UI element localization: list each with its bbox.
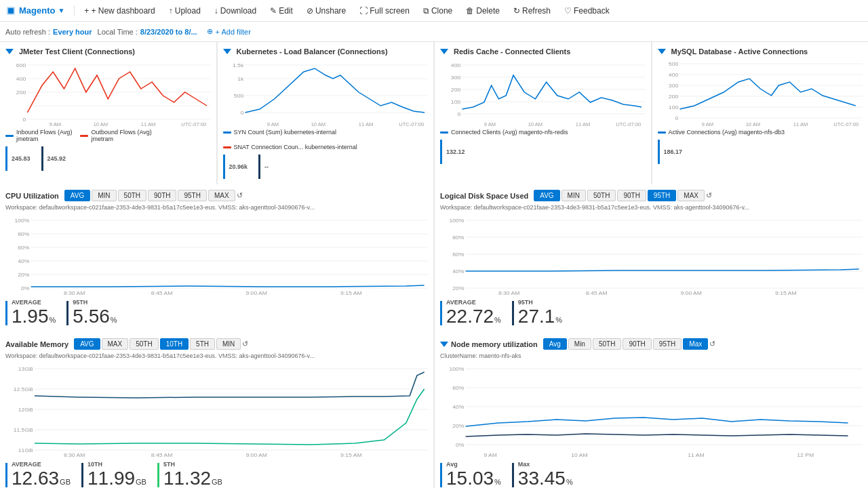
tab-max-cpu[interactable]: MAX bbox=[208, 190, 235, 201]
clone-button[interactable]: ⧉ Clone bbox=[418, 4, 458, 18]
svg-text:400: 400 bbox=[668, 71, 678, 78]
tab-95th-node[interactable]: 95TH bbox=[653, 338, 682, 350]
tab-avg-cpu[interactable]: AVG bbox=[64, 190, 90, 201]
refresh-button[interactable]: ↻ Refresh bbox=[508, 4, 556, 18]
panel-collapse-icon[interactable] bbox=[5, 49, 14, 54]
tab-95th-cpu[interactable]: 95TH bbox=[178, 190, 206, 201]
tab-50th-mem[interactable]: 50TH bbox=[130, 338, 158, 350]
memory-p5-value: 11.32 bbox=[163, 468, 211, 488]
svg-text:200: 200 bbox=[451, 86, 461, 93]
tab-50th-cpu[interactable]: 50TH bbox=[118, 190, 146, 201]
feedback-button[interactable]: ♡ Feedback bbox=[559, 4, 615, 18]
download-button[interactable]: ↓ Download bbox=[209, 4, 262, 18]
svg-text:40%: 40% bbox=[452, 268, 465, 274]
new-dashboard-button[interactable]: + + New dashboard bbox=[79, 4, 160, 18]
svg-text:10 AM: 10 AM bbox=[745, 121, 760, 126]
disk-avg-unit: % bbox=[494, 316, 501, 324]
svg-text:9 AM: 9 AM bbox=[267, 121, 278, 126]
time-filter: Local Time : 8/23/2020 to 8/... bbox=[98, 28, 197, 36]
kubernetes-panel: Kubernetes - Load Balancer (Connections)… bbox=[218, 42, 434, 184]
jmeter-legend: Inbound Flows (Avg)jmetram Outbound Flow… bbox=[5, 129, 211, 142]
svg-text:60%: 60% bbox=[18, 244, 30, 251]
node-avg-value: 15.03 bbox=[446, 468, 494, 488]
feedback-icon: ♡ bbox=[564, 6, 572, 16]
tab-max-node[interactable]: Max bbox=[683, 338, 708, 350]
toolbar: Magento ▼ + + New dashboard ↑ Upload ↓ D… bbox=[0, 0, 868, 22]
cpu-p95-unit: % bbox=[111, 316, 117, 324]
tab-5th-mem[interactable]: 5TH bbox=[190, 338, 215, 350]
svg-text:0: 0 bbox=[675, 115, 678, 121]
memory-refresh-icon[interactable]: ↺ bbox=[242, 340, 248, 348]
svg-text:9:00 AM: 9:00 AM bbox=[680, 289, 702, 295]
mysql-legend: Active Connections (Avg) magento-nfs-db3 bbox=[658, 129, 863, 136]
upload-button[interactable]: ↑ Upload bbox=[163, 4, 206, 18]
tab-max-disk[interactable]: MAX bbox=[677, 190, 705, 201]
tab-avg-disk[interactable]: AVG bbox=[534, 190, 559, 201]
disk-refresh-icon[interactable]: ↺ bbox=[706, 191, 712, 200]
edit-button[interactable]: ✎ Edit bbox=[264, 4, 298, 18]
disk-p95-value: 27.1 bbox=[518, 306, 555, 327]
top-charts-row: JMeter Test Client (Connections) 600 400… bbox=[0, 42, 868, 184]
node-memory-title: Node memory utilization bbox=[451, 340, 538, 348]
tab-min-cpu[interactable]: MIN bbox=[92, 190, 116, 201]
disk-workspace: Workspace: defaultworkspace-c021faae-235… bbox=[440, 204, 863, 211]
add-filter-button[interactable]: ⊕ + Add filter bbox=[203, 26, 255, 37]
node-memory-stats: Avg 15.03 % Max 33.45 % bbox=[440, 461, 863, 488]
svg-text:13GB: 13GB bbox=[18, 365, 33, 372]
refresh-icon: ↻ bbox=[513, 6, 520, 16]
svg-text:20%: 20% bbox=[452, 285, 465, 291]
tab-min-mem[interactable]: MIN bbox=[216, 338, 241, 350]
delete-button[interactable]: 🗑 Delete bbox=[460, 4, 505, 18]
legend-outbound: Outbound Flows (Avg)jmetram bbox=[80, 129, 151, 142]
panel-collapse-icon-k8s[interactable] bbox=[223, 49, 231, 54]
cpu-avg-unit: % bbox=[50, 316, 56, 324]
fullscreen-button[interactable]: ⛶ Full screen bbox=[354, 4, 415, 18]
stat-border bbox=[5, 146, 7, 171]
tab-50th-node[interactable]: 50TH bbox=[593, 338, 621, 350]
svg-text:10 AM: 10 AM bbox=[571, 451, 587, 457]
tab-90th-disk[interactable]: 90TH bbox=[617, 190, 646, 201]
tab-avg-mem[interactable]: AVG bbox=[74, 338, 100, 350]
tab-50th-disk[interactable]: 50TH bbox=[587, 190, 616, 201]
tab-min-disk[interactable]: MIN bbox=[561, 190, 586, 201]
svg-text:9 AM: 9 AM bbox=[50, 121, 61, 126]
stat-syn: 20.96k bbox=[223, 155, 259, 179]
panel-collapse-icon-mysql[interactable] bbox=[658, 49, 666, 54]
panel-collapse-icon-redis[interactable] bbox=[440, 49, 448, 54]
node-refresh-icon[interactable]: ↺ bbox=[709, 340, 715, 348]
tab-95th-disk[interactable]: 95TH bbox=[648, 190, 676, 201]
tab-max-mem[interactable]: MAX bbox=[102, 338, 129, 350]
svg-text:400: 400 bbox=[16, 75, 26, 82]
mysql-title: MySQL Database - Active Connections bbox=[658, 47, 863, 56]
svg-text:UTC-07:00: UTC-07:00 bbox=[616, 121, 641, 126]
disk-title: Logical Disk Space Used bbox=[440, 192, 528, 200]
kubernetes-title: Kubernetes - Load Balancer (Connections) bbox=[223, 47, 429, 56]
logo-dropdown-icon[interactable]: ▼ bbox=[58, 7, 64, 14]
tab-min-node[interactable]: Min bbox=[568, 338, 591, 350]
cpu-refresh-icon[interactable]: ↺ bbox=[237, 191, 243, 200]
svg-text:UTC-07:00: UTC-07:00 bbox=[181, 121, 206, 126]
tab-90th-cpu[interactable]: 90TH bbox=[148, 190, 176, 201]
svg-text:20%: 20% bbox=[18, 271, 30, 278]
memory-avg-unit: GB bbox=[60, 478, 71, 486]
cpu-average-stat: AVERAGE 1.95 % bbox=[5, 299, 66, 327]
cpu-title: CPU Utilization bbox=[5, 192, 59, 200]
app-logo[interactable]: Magento ▼ bbox=[5, 5, 64, 16]
delete-icon: 🗑 bbox=[466, 6, 474, 16]
svg-text:10 AM: 10 AM bbox=[528, 121, 542, 126]
tab-avg-node[interactable]: Avg bbox=[543, 338, 567, 350]
cpu-chart: 100% 80% 60% 40% 20% 0% 8:30 AM 8:45 AM … bbox=[5, 214, 428, 295]
middle-charts-row: CPU Utilization AVG MIN 50TH 90TH 95TH M… bbox=[0, 184, 868, 333]
tab-10th-mem[interactable]: 10TH bbox=[160, 338, 189, 350]
svg-text:1k: 1k bbox=[237, 75, 244, 82]
memory-p5-unit: GB bbox=[212, 478, 222, 486]
svg-text:600: 600 bbox=[16, 62, 26, 68]
memory-avg-value: 12.63 bbox=[12, 468, 59, 488]
filterbar: Auto refresh : Every hour Local Time : 8… bbox=[0, 22, 868, 42]
svg-text:200: 200 bbox=[16, 89, 26, 96]
svg-text:9 AM: 9 AM bbox=[701, 121, 713, 126]
tab-90th-node[interactable]: 90TH bbox=[623, 338, 651, 350]
legend-snat: SNAT Connection Coun... kubernetes-inter… bbox=[223, 144, 357, 150]
unshare-button[interactable]: ⊘ Unshare bbox=[301, 4, 351, 18]
node-memory-collapse-icon[interactable] bbox=[440, 342, 448, 347]
